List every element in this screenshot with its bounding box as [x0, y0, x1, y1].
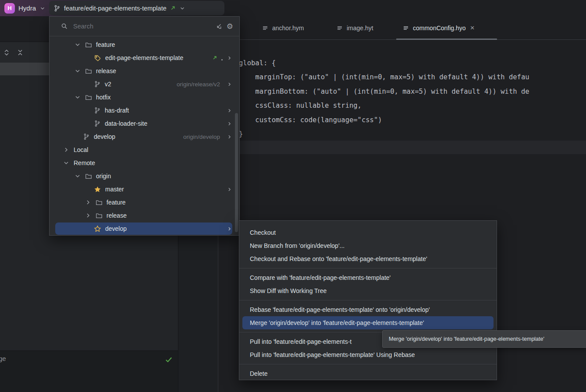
tree-row-master[interactable]: master	[50, 183, 239, 196]
expand-all-icon[interactable]	[3, 49, 10, 56]
tree-row-remote-feature-group[interactable]: feature	[50, 196, 239, 209]
tree-row-label: edit-page-elements-template	[105, 54, 183, 61]
star-outline-icon	[94, 225, 101, 233]
chevron-right-icon	[227, 187, 232, 192]
tree-row-label: master	[105, 186, 124, 193]
tab-commonconfig-hyo[interactable]: commonConfig.hyo ×	[396, 16, 497, 39]
menu-item-new-branch[interactable]: New Branch from 'origin/develop'...	[239, 239, 497, 252]
tree-row-local-group[interactable]: Local	[50, 143, 239, 156]
tree-row-label: develop	[94, 133, 115, 140]
tab-label: anchor.hym	[272, 25, 304, 32]
commit-message-area[interactable]: ge	[0, 350, 178, 392]
menu-item-delete[interactable]: Delete	[239, 367, 497, 380]
action-tooltip: Merge 'origin/develop' into 'feature/edi…	[382, 330, 586, 348]
active-tab-underline	[396, 39, 497, 40]
tree-row-current-branch[interactable]: edit-page-elements-template	[50, 51, 239, 64]
git-branches-popup: ⚙ feature edit-page-elements-template re…	[49, 16, 240, 236]
folder-icon	[96, 199, 103, 206]
tab-label: commonConfig.hyo	[413, 25, 466, 32]
folder-icon	[85, 94, 92, 101]
star-filled-icon	[94, 186, 101, 193]
editor-tab-bar: anchor.hym image.hyt commonConfig.hyo ×	[218, 16, 586, 40]
tag-icon	[94, 54, 101, 62]
branch-actions-context-menu: Checkout New Branch from 'origin/develop…	[239, 220, 497, 380]
menu-separator	[239, 364, 497, 364]
chevron-right-icon	[227, 134, 232, 140]
menu-item-pull-into-rebase[interactable]: Pull into 'feature/edit-page-elements-te…	[239, 348, 497, 361]
chevron-down-icon	[74, 94, 81, 101]
tree-row-release-group[interactable]: release	[50, 64, 239, 78]
push-arrow-icon	[170, 5, 176, 11]
popup-scrollbar[interactable]	[235, 113, 238, 232]
tree-row-label: v2	[105, 81, 111, 88]
git-branch-icon	[94, 107, 101, 114]
chevron-down-icon	[74, 67, 81, 74]
search-input[interactable]	[72, 22, 211, 30]
tree-row-label: Local	[74, 146, 88, 153]
chevron-down-icon	[74, 41, 81, 48]
caret-line-highlight	[218, 141, 586, 154]
commit-message-text: ge	[0, 355, 6, 362]
tree-row-label: Remote	[74, 159, 95, 166]
tree-row-label: has-draft	[105, 107, 129, 114]
menu-separator	[239, 300, 497, 300]
chevron-right-icon	[227, 108, 232, 113]
project-name: Hydra	[18, 4, 36, 12]
ide-window: H Hydra feature/edit-page-elements-templ…	[0, 0, 586, 392]
tab-anchor-hym[interactable]: anchor.hym	[256, 16, 310, 39]
folder-icon	[96, 212, 103, 219]
menu-item-checkout-and-rebase[interactable]: Checkout and Rebase onto 'feature/edit-p…	[239, 252, 497, 265]
tree-row-label: develop	[105, 225, 127, 232]
gear-icon[interactable]: ⚙	[227, 23, 233, 30]
menu-item-compare-with[interactable]: Compare with 'feature/edit-page-elements…	[239, 271, 497, 284]
branch-tree: feature edit-page-elements-template rele…	[50, 38, 239, 235]
current-branch-name: feature/edit-page-elements-template	[64, 5, 167, 12]
menu-item-merge-into[interactable]: Merge 'origin/develop' into 'feature/edi…	[242, 316, 494, 329]
menu-item-show-diff[interactable]: Show Diff with Working Tree	[239, 284, 497, 297]
tracked-branch-label: origin/release/v2	[177, 81, 220, 88]
tree-row-v2[interactable]: v2 origin/release/v2	[50, 78, 239, 91]
tree-row-origin-group[interactable]: origin	[50, 170, 239, 183]
tree-row-feature-group[interactable]: feature	[50, 38, 239, 51]
menu-item-checkout[interactable]: Checkout	[239, 226, 497, 239]
tree-row-remote-group[interactable]: Remote	[50, 156, 239, 170]
tree-row-has-draft[interactable]: has-draft	[50, 104, 239, 117]
tracked-branch-label: origin/develop	[183, 134, 220, 140]
code-line: global: {	[239, 56, 529, 70]
tree-row-label: feature	[96, 41, 115, 48]
git-branch-icon	[83, 133, 90, 140]
tree-row-remote-release-group[interactable]: release	[50, 209, 239, 222]
folder-icon	[85, 41, 92, 48]
file-icon	[336, 25, 343, 32]
git-branch-widget[interactable]: feature/edit-page-elements-template	[49, 1, 224, 15]
git-branch-icon	[94, 81, 101, 88]
branch-search-row: ⚙	[50, 17, 239, 36]
chevron-right-icon	[85, 199, 92, 206]
dot-icon	[221, 59, 223, 60]
tree-row-develop-local[interactable]: develop origin/develop	[50, 130, 239, 143]
tree-row-label: release	[96, 67, 116, 74]
tab-image-hyt[interactable]: image.hyt	[330, 16, 380, 39]
git-branch-icon	[94, 120, 101, 127]
chevron-right-icon	[227, 55, 232, 61]
tree-row-label: hotfix	[96, 94, 110, 101]
code-editor-text[interactable]: global: { marginTop: ("auto" | (int(min=…	[239, 56, 529, 141]
collapse-all-icon[interactable]	[16, 49, 24, 56]
code-line: cssClass: nullable string,	[239, 99, 529, 113]
close-tab-icon[interactable]: ×	[470, 24, 475, 32]
tree-row-data-loader-site[interactable]: data-loader-site	[50, 117, 239, 130]
code-line: marginBottom: ("auto" | (int(min=0, max=…	[239, 85, 529, 99]
tree-row-label: release	[107, 212, 127, 219]
git-branch-icon	[53, 5, 60, 12]
menu-item-rebase-onto[interactable]: Rebase 'feature/edit-page-elements-templ…	[239, 303, 497, 316]
open-in-tool-window-icon[interactable]	[215, 23, 222, 30]
tree-row-hotfix-group[interactable]: hotfix	[50, 91, 239, 104]
file-icon	[402, 25, 409, 32]
tree-row-label: data-loader-site	[105, 120, 147, 127]
chevron-right-icon	[63, 146, 70, 153]
project-widget[interactable]: H Hydra	[0, 0, 49, 16]
tree-row-develop-remote-selected[interactable]: develop	[50, 222, 239, 235]
project-logo-letter: H	[7, 5, 11, 11]
tree-row-label: feature	[107, 199, 126, 206]
project-logo: H	[4, 3, 15, 14]
